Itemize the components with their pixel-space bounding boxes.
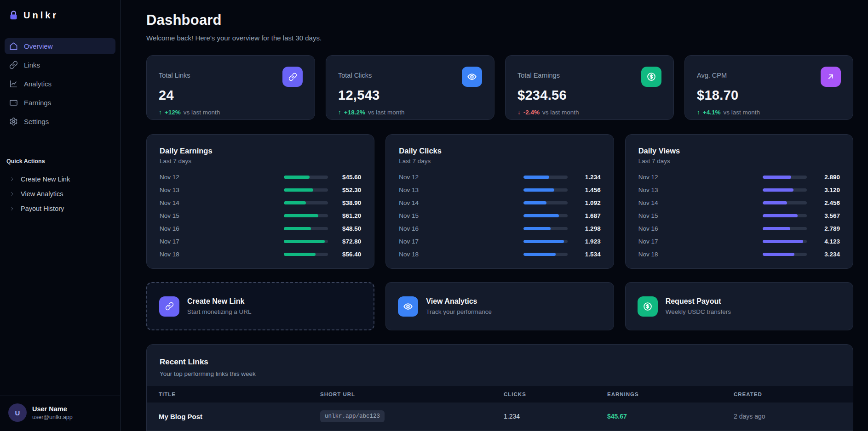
action-card-view-analytics[interactable]: View AnalyticsTrack your performance bbox=[385, 282, 614, 330]
stat-label: Total Clicks bbox=[338, 72, 372, 79]
bar-track bbox=[284, 188, 328, 192]
sidebar-item-overview[interactable]: Overview bbox=[5, 38, 115, 54]
bar-fill bbox=[284, 176, 309, 179]
bar-fill bbox=[523, 188, 554, 192]
brand-name: Unlkr bbox=[23, 10, 58, 21]
chart-row-value: 1.923 bbox=[568, 238, 601, 245]
quick-action-view-analytics[interactable]: View Analytics bbox=[6, 187, 114, 201]
stat-value: $18.70 bbox=[697, 88, 841, 103]
bar-track bbox=[523, 227, 568, 230]
dollar-circle-icon bbox=[638, 296, 658, 317]
table-row[interactable]: My Blog Postunlkr.app/abc1231.234$45.672… bbox=[147, 403, 853, 431]
bar-track bbox=[763, 176, 807, 179]
bar-fill bbox=[284, 214, 318, 217]
quick-action-payout-history[interactable]: Payout History bbox=[6, 201, 114, 216]
arrow-up-icon: ↑ bbox=[159, 109, 162, 116]
user-profile[interactable]: U User Name user@unlkr.app bbox=[0, 396, 120, 431]
chart-row: Nov 16$48.50 bbox=[160, 222, 361, 235]
chart-row-date: Nov 16 bbox=[638, 225, 763, 232]
chart-row-value: 1.534 bbox=[568, 251, 601, 258]
chart-row: Nov 122.890 bbox=[638, 170, 840, 183]
stat-label: Total Links bbox=[159, 72, 190, 79]
chart-row: Nov 121.234 bbox=[399, 170, 600, 183]
chart-row-value: 1.687 bbox=[568, 212, 601, 219]
chart-row: Nov 133.120 bbox=[638, 183, 840, 196]
chart-row-value: 2.789 bbox=[807, 225, 840, 232]
chart-row-date: Nov 13 bbox=[160, 187, 284, 193]
bar-fill bbox=[523, 240, 564, 243]
chart-row-date: Nov 15 bbox=[160, 212, 284, 219]
action-subtitle: Weekly USDC transfers bbox=[666, 308, 731, 315]
dollar-circle-icon bbox=[641, 67, 661, 87]
action-title: View Analytics bbox=[426, 297, 492, 306]
table-header-row: TITLESHORT URLCLICKSEARNINGSCREATED bbox=[147, 386, 853, 403]
chart-row: Nov 171.923 bbox=[399, 235, 600, 248]
stat-delta-suffix: vs last month bbox=[542, 109, 579, 116]
bar-fill bbox=[763, 176, 791, 179]
chart-row: Nov 17$72.80 bbox=[160, 235, 361, 248]
chart-title: Daily Clicks bbox=[399, 147, 600, 155]
action-card-create-new-link[interactable]: Create New LinkStart monetizing a URL bbox=[146, 282, 374, 330]
chart-rows: Nov 121.234Nov 131.456Nov 141.092Nov 151… bbox=[399, 170, 600, 261]
chart-row: Nov 183.234 bbox=[638, 248, 840, 261]
column-header-clicks: CLICKS bbox=[504, 391, 607, 397]
wallet-icon bbox=[9, 98, 18, 107]
chart-row-date: Nov 16 bbox=[399, 225, 523, 232]
lock-icon bbox=[8, 10, 19, 21]
chart-subtitle: Last 7 days bbox=[160, 158, 361, 164]
chart-row-date: Nov 13 bbox=[638, 187, 763, 193]
chart-row: Nov 18$56.40 bbox=[160, 248, 361, 261]
sidebar-item-settings[interactable]: Settings bbox=[5, 113, 115, 130]
link-icon bbox=[159, 296, 179, 317]
bar-track bbox=[763, 240, 807, 243]
sidebar-spacer bbox=[0, 216, 120, 396]
chart-row-date: Nov 14 bbox=[160, 199, 284, 206]
bar-track bbox=[763, 201, 807, 204]
chart-row: Nov 13$52.30 bbox=[160, 183, 361, 196]
arrow-down-icon: ↓ bbox=[517, 109, 521, 116]
chart-row: Nov 181.534 bbox=[399, 248, 600, 261]
bar-track bbox=[523, 253, 568, 256]
action-title: Create New Link bbox=[187, 297, 252, 306]
bar-fill bbox=[523, 176, 550, 179]
bar-track bbox=[763, 214, 807, 217]
brand-logo[interactable]: Unlkr bbox=[0, 0, 120, 25]
sidebar-item-label: Analytics bbox=[24, 80, 52, 88]
sidebar-item-analytics[interactable]: Analytics bbox=[5, 76, 115, 92]
bar-fill bbox=[763, 253, 794, 256]
chart-row-date: Nov 15 bbox=[638, 212, 763, 219]
chart-row-value: $72.80 bbox=[328, 238, 361, 245]
chart-row: Nov 151.687 bbox=[399, 209, 600, 222]
recent-links-title: Recent Links bbox=[160, 357, 840, 367]
chart-row-date: Nov 14 bbox=[638, 199, 763, 206]
chart-row-value: 3.567 bbox=[807, 212, 840, 219]
sidebar-item-links[interactable]: Links bbox=[5, 57, 115, 73]
quick-action-create-new-link[interactable]: Create New Link bbox=[6, 172, 114, 187]
chart-row-value: 2.456 bbox=[807, 199, 840, 206]
chevron-right-icon bbox=[9, 191, 15, 197]
short-url-chip[interactable]: unlkr.app/abc123 bbox=[320, 410, 385, 422]
chart-row-date: Nov 16 bbox=[160, 225, 284, 232]
chart-row-value: $45.60 bbox=[328, 174, 361, 181]
chart-row-date: Nov 17 bbox=[399, 238, 523, 245]
bar-track bbox=[523, 176, 568, 179]
column-header-short-url: SHORT URL bbox=[320, 391, 504, 397]
chart-row-date: Nov 13 bbox=[399, 187, 523, 193]
stat-label: Avg. CPM bbox=[697, 72, 727, 79]
link-clicks: 1.234 bbox=[504, 413, 607, 420]
action-card-request-payout[interactable]: Request PayoutWeekly USDC transfers bbox=[625, 282, 853, 330]
table-body: My Blog Postunlkr.app/abc1231.234$45.672… bbox=[147, 403, 853, 431]
chart-row: Nov 174.123 bbox=[638, 235, 840, 248]
chart-row: Nov 141.092 bbox=[399, 196, 600, 209]
stat-value: 12,543 bbox=[338, 88, 482, 103]
chart-icon bbox=[9, 79, 18, 88]
sidebar-item-earnings[interactable]: Earnings bbox=[5, 95, 115, 111]
quick-actions-list: Create New LinkView AnalyticsPayout Hist… bbox=[6, 172, 114, 216]
recent-links-subtitle: Your top performing links this week bbox=[160, 370, 840, 377]
bar-fill bbox=[284, 201, 305, 204]
chart-row-value: $52.30 bbox=[328, 187, 361, 193]
chart-row: Nov 131.456 bbox=[399, 183, 600, 196]
chart-row-date: Nov 17 bbox=[160, 238, 284, 245]
chart-row-value: $48.50 bbox=[328, 225, 361, 232]
chart-row-date: Nov 18 bbox=[638, 251, 763, 258]
